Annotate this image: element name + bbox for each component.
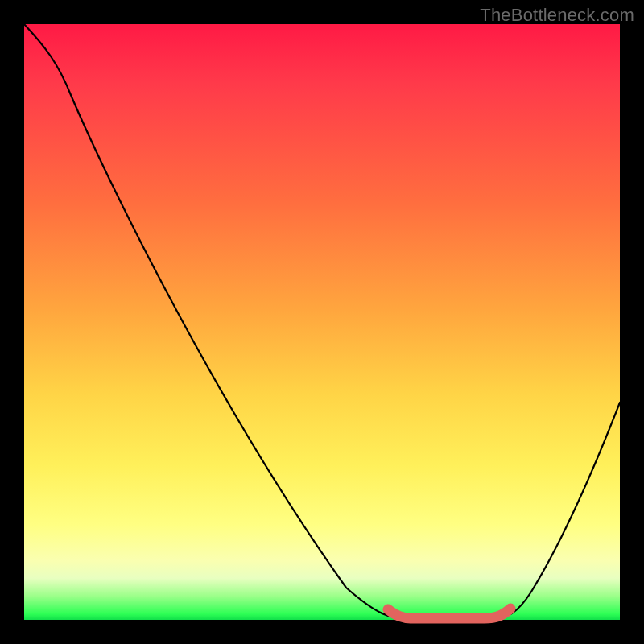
bottleneck-curve bbox=[24, 24, 620, 618]
credit-watermark: TheBottleneck.com bbox=[480, 5, 634, 26]
chart-frame: TheBottleneck.com bbox=[0, 0, 644, 644]
curve-svg bbox=[24, 24, 620, 620]
flat-bottom-band bbox=[388, 609, 510, 618]
plot-area bbox=[24, 24, 620, 620]
